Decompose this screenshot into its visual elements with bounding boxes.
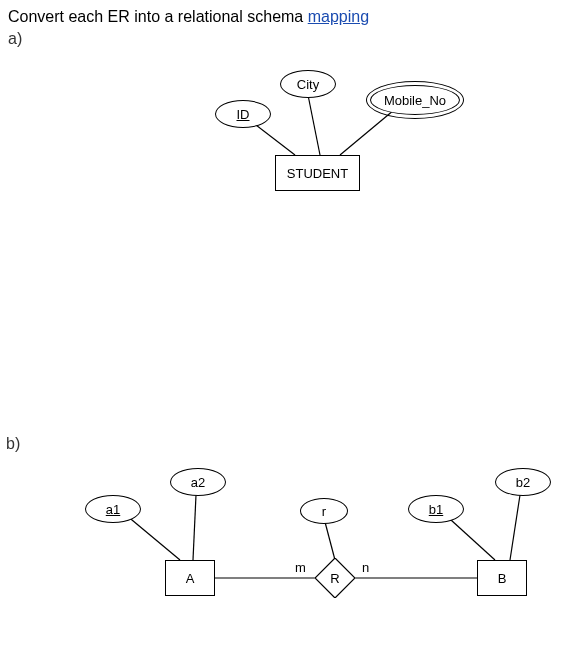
entity-b: B <box>477 560 527 596</box>
heading-text: Convert each ER into a relational schema <box>8 8 308 25</box>
part-a-label: a) <box>8 30 22 48</box>
attribute-b2-label: b2 <box>516 475 530 490</box>
attribute-mobile-no-label: Mobile_No <box>384 93 446 108</box>
cardinality-n: n <box>362 560 369 575</box>
attribute-b1-label: b1 <box>429 502 443 517</box>
attribute-a1: a1 <box>85 495 141 523</box>
attribute-id-label: ID <box>237 107 250 122</box>
heading-link: mapping <box>308 8 369 25</box>
attribute-b2: b2 <box>495 468 551 496</box>
attribute-a2: a2 <box>170 468 226 496</box>
attribute-id: ID <box>215 100 271 128</box>
entity-student-label: STUDENT <box>287 166 348 181</box>
attribute-r-label: r <box>322 504 326 519</box>
svg-line-6 <box>510 495 520 560</box>
attribute-city: City <box>280 70 336 98</box>
part-b-label: b) <box>6 435 20 453</box>
attribute-r: r <box>300 498 348 524</box>
diagram-a-connectors <box>0 0 582 300</box>
attribute-b1: b1 <box>408 495 464 523</box>
relationship-r: R <box>315 558 355 598</box>
entity-b-label: B <box>498 571 507 586</box>
attribute-mobile-no: Mobile_No <box>370 85 460 115</box>
entity-a: A <box>165 560 215 596</box>
entity-student: STUDENT <box>275 155 360 191</box>
relationship-r-label: R <box>330 571 339 586</box>
svg-line-4 <box>193 495 196 560</box>
svg-line-7 <box>325 522 335 560</box>
attribute-a2-label: a2 <box>191 475 205 490</box>
page-heading: Convert each ER into a relational schema… <box>8 8 369 26</box>
cardinality-m: m <box>295 560 306 575</box>
attribute-city-label: City <box>297 77 319 92</box>
svg-line-1 <box>308 95 320 155</box>
entity-a-label: A <box>186 571 195 586</box>
attribute-a1-label: a1 <box>106 502 120 517</box>
